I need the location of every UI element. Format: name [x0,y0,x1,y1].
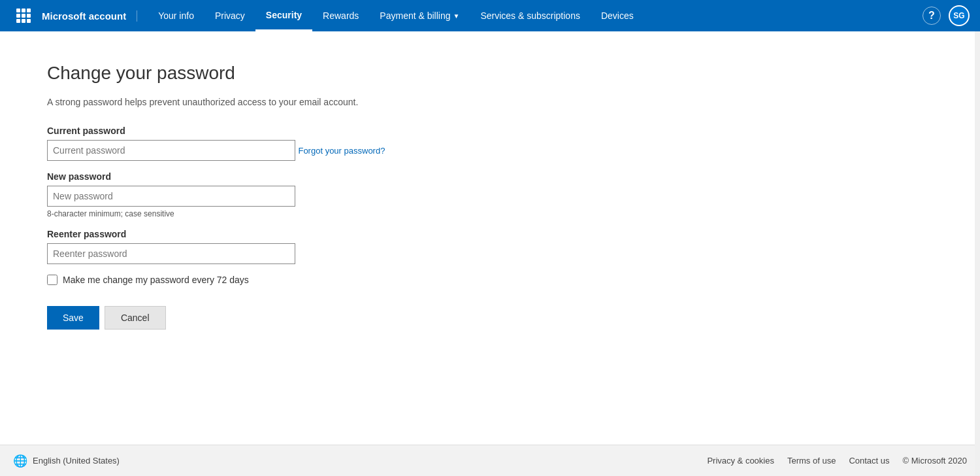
action-buttons: Save Cancel [47,306,933,330]
nav-link-services-subscriptions[interactable]: Services & subscriptions [470,0,591,31]
reenter-password-group: Reenter password [47,229,933,264]
nav-link-security[interactable]: Security [255,0,312,31]
new-password-label: New password [47,171,933,182]
nav-right-controls: ? SG [923,5,970,26]
nav-link-payment-billing[interactable]: Payment & billing ▼ [369,0,470,31]
nav-link-devices[interactable]: Devices [591,0,644,31]
footer-copyright: © Microsoft 2020 [903,456,967,466]
reenter-password-input[interactable] [47,243,295,264]
new-password-input[interactable] [47,186,295,207]
waffle-button[interactable] [10,3,37,29]
footer-privacy-cookies[interactable]: Privacy & cookies [707,456,774,466]
avatar[interactable]: SG [949,5,970,26]
new-password-group: New password 8-character minimum; case s… [47,171,933,218]
scrollbar-track[interactable] [975,31,980,476]
cancel-button[interactable]: Cancel [105,306,166,330]
nav-link-privacy[interactable]: Privacy [204,0,255,31]
nav-link-rewards[interactable]: Rewards [312,0,369,31]
forgot-password-link[interactable]: Forgot your password? [298,146,385,156]
password-rotation-checkbox-row: Make me change my password every 72 days [47,275,933,285]
footer-left: 🌐 English (United States) [13,454,120,468]
save-button[interactable]: Save [47,306,99,330]
reenter-password-label: Reenter password [47,229,933,239]
current-password-label: Current password [47,126,933,136]
brand-title[interactable]: Microsoft account [42,10,137,22]
page-subtitle: A strong password helps prevent unauthor… [47,97,933,107]
footer-language: English (United States) [33,456,120,466]
current-password-group: Current password Forgot your password? [47,126,933,161]
nav-links: Your info Privacy Security Rewards Payme… [148,0,923,31]
footer-right: Privacy & cookies Terms of use Contact u… [707,456,967,466]
nav-link-your-info[interactable]: Your info [148,0,204,31]
password-rotation-checkbox[interactable] [47,275,57,285]
top-nav: Microsoft account Your info Privacy Secu… [0,0,980,31]
payment-billing-chevron-icon: ▼ [453,12,460,20]
password-rotation-label[interactable]: Make me change my password every 72 days [63,275,249,285]
current-password-input[interactable] [47,140,295,161]
waffle-icon [16,8,31,23]
new-password-hint: 8-character minimum; case sensitive [47,209,933,218]
main-content: Change your password A strong password h… [0,31,980,445]
footer: 🌐 English (United States) Privacy & cook… [0,445,980,476]
footer-contact-us[interactable]: Contact us [849,456,889,466]
help-button[interactable]: ? [923,7,941,25]
footer-terms-of-use[interactable]: Terms of use [787,456,836,466]
page-title: Change your password [47,63,933,84]
globe-icon: 🌐 [13,454,27,468]
